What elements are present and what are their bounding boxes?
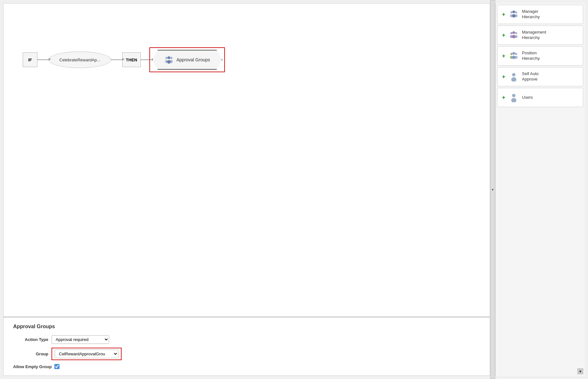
manager-hierarchy-label: ManagerHierarchy: [522, 9, 540, 20]
allow-empty-group-label: Allow Empty Group: [13, 364, 52, 369]
svg-point-8: [515, 11, 517, 13]
bottom-panel: Approval Groups Action Type Approval req…: [4, 317, 490, 375]
svg-point-18: [510, 53, 513, 55]
workflow-canvas: IF CelebrateRewardAp... THEN: [23, 50, 222, 70]
then-node[interactable]: THEN: [122, 52, 141, 67]
add-position-hierarchy-button[interactable]: +: [502, 53, 505, 59]
management-hierarchy-icon: [509, 30, 519, 40]
group-select[interactable]: CelRewardApprovalGrou: [55, 350, 118, 358]
svg-point-27: [511, 98, 516, 102]
sidebar-item-management-hierarchy[interactable]: + ManagementHierarchy: [497, 26, 583, 45]
add-self-auto-approve-button[interactable]: +: [502, 73, 505, 80]
if-label: IF: [28, 58, 32, 62]
allow-empty-group-row: Allow Empty Group: [13, 364, 480, 369]
users-icon: [509, 93, 519, 102]
sidebar-item-manager-hierarchy[interactable]: + ManagerHierarchy: [497, 5, 583, 24]
sidebar-item-position-hierarchy[interactable]: + PositionHierarchy: [497, 46, 583, 66]
svg-point-24: [512, 73, 515, 76]
approval-groups-node[interactable]: Approval Groups: [152, 50, 222, 70]
svg-point-10: [513, 11, 515, 13]
self-auto-approve-icon: [509, 72, 519, 81]
add-users-button[interactable]: +: [502, 94, 505, 101]
group-row: Group CelRewardApprovalGrou: [13, 348, 480, 360]
svg-point-16: [513, 31, 515, 34]
bottom-panel-title: Approval Groups: [13, 324, 480, 329]
allow-empty-group-checkbox[interactable]: [54, 364, 60, 369]
self-auto-approve-label: Self AutoApprove: [522, 71, 539, 82]
add-management-hierarchy-button[interactable]: +: [502, 32, 505, 39]
position-hierarchy-icon: [509, 51, 519, 61]
svg-point-23: [512, 56, 515, 59]
management-hierarchy-label: ManagementHierarchy: [522, 30, 546, 41]
svg-point-20: [515, 53, 517, 55]
users-label: Users: [522, 95, 533, 100]
svg-point-22: [513, 52, 515, 55]
approval-groups-icon: [164, 55, 174, 64]
add-manager-hierarchy-button[interactable]: +: [502, 11, 505, 18]
svg-point-4: [168, 56, 170, 59]
sidebar-scroll-down[interactable]: ▼: [577, 368, 583, 374]
condition-label: CelebrateRewardAp...: [60, 58, 100, 62]
svg-point-5: [167, 60, 171, 64]
connector-1: [37, 59, 49, 60]
svg-point-26: [512, 94, 515, 97]
svg-point-17: [512, 35, 515, 38]
svg-point-25: [511, 77, 516, 81]
svg-point-12: [510, 32, 513, 34]
sidebar-toggle[interactable]: ▼: [490, 0, 495, 379]
connector-2: [111, 59, 122, 60]
approval-node-hex: Approval Groups: [152, 50, 222, 70]
action-type-select[interactable]: Approval required Auto Approve Auto Reje…: [52, 335, 109, 344]
svg-point-2: [170, 57, 173, 59]
action-type-label: Action Type: [13, 337, 48, 342]
condition-node[interactable]: CelebrateRewardAp...: [49, 51, 111, 68]
if-node[interactable]: IF: [23, 52, 37, 67]
manager-hierarchy-icon: [509, 10, 519, 19]
svg-point-11: [512, 14, 515, 18]
svg-point-6: [510, 11, 513, 13]
group-field-highlight: CelRewardApprovalGrou: [52, 348, 122, 360]
svg-point-0: [165, 57, 168, 59]
approval-node-label: Approval Groups: [176, 57, 210, 62]
position-hierarchy-label: PositionHierarchy: [522, 50, 540, 61]
then-label: THEN: [126, 58, 137, 62]
svg-point-14: [515, 32, 517, 34]
group-label: Group: [13, 352, 48, 356]
sidebar-item-users[interactable]: + Users: [497, 88, 583, 107]
connector-3: [141, 59, 152, 60]
right-sidebar: + ManagerHierarchy + ManagementHierarchy…: [495, 3, 585, 376]
action-type-row: Action Type Approval required Auto Appro…: [13, 335, 480, 344]
sidebar-item-self-auto-approve[interactable]: + Self AutoApprove: [497, 67, 583, 86]
